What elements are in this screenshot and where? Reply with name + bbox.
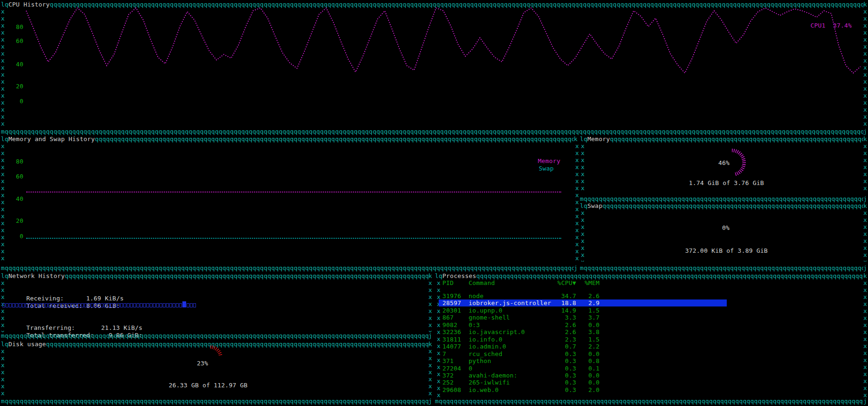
process-row[interactable]: 9082 0:3 2.6 0.0 <box>439 321 727 328</box>
bar-cell <box>176 303 179 307</box>
bar-cell <box>51 303 54 307</box>
process-mem: 0.0 <box>581 379 600 386</box>
process-row[interactable]: 27204 0 0.3 0.1 <box>439 365 727 372</box>
process-mem: 3.8 <box>581 328 600 335</box>
bar-cell <box>140 303 143 307</box>
bar-cell <box>150 303 152 307</box>
process-pid: 14077 <box>442 343 461 350</box>
process-command: io.info.0 <box>469 336 502 343</box>
process-row[interactable]: 371 python 0.3 0.8 <box>439 357 727 364</box>
memory-swap-gauge-panel: lqMemoryqqqqqqqqqqqqqqqqqqqqqqqqqqqqqqqq… <box>580 132 868 269</box>
bar-cell <box>65 303 67 307</box>
process-pid: 7 <box>442 350 446 357</box>
border-horizontal: qqqqqqqqqqqqqqqqqqqqqqqqqqqqqqqqqqqqqqqq… <box>5 398 428 405</box>
process-mem: 0.0 <box>581 372 600 379</box>
process-pid: 9082 <box>442 321 457 328</box>
column-header-pid[interactable]: PID <box>442 279 454 286</box>
bar-cell <box>123 303 126 307</box>
bar-cell <box>84 303 87 307</box>
bar-cell <box>146 303 149 307</box>
corner-bottomleft: m <box>1 398 5 405</box>
swap-usage-line <box>26 238 561 239</box>
process-row[interactable]: 31811 io.info.0 2.3 1.5 <box>439 336 727 343</box>
bar-cell <box>120 303 123 307</box>
disk-usage-panel: lqDisk usageqqqqqqqqqqqqqqqqqqqqqqqqqqqq… <box>0 335 433 402</box>
bar-cell <box>169 303 172 307</box>
process-row[interactable]: 32236 io.javascript.0 2.6 3.8 <box>439 328 727 335</box>
column-header-mem[interactable]: %MEM <box>581 279 600 286</box>
column-header-cpu-sort[interactable]: %CPU▼ <box>551 279 576 286</box>
cpu-history-graph <box>0 0 868 132</box>
process-cpu: 0.3 <box>551 372 576 379</box>
mem-axis-80: 80 <box>11 158 23 165</box>
process-pid: 867 <box>442 314 454 321</box>
process-pid: 371 <box>442 357 454 364</box>
process-command: avahi-daemon: <box>469 372 517 379</box>
process-row[interactable]: 7 rcu_sched 0.3 0.0 <box>439 350 727 357</box>
bar-cell <box>42 303 44 307</box>
process-row[interactable]: 372 avahi-daemon: 0.3 0.0 <box>439 372 727 379</box>
memory-panel-left-border: x x x x x x x x x x x x x x x x x x x x … <box>1 142 6 263</box>
bar-cell <box>159 303 162 307</box>
memory-panel-title-row: lqMemory and Swap Historyqqqqqqqqqqqqqqq… <box>1 135 578 142</box>
bar-cell <box>137 303 139 307</box>
process-row[interactable]: 14077 io.admin.0 0.7 2.2 <box>439 343 727 350</box>
bar-cell <box>91 303 94 307</box>
swap-legend-label: Swap <box>539 165 554 172</box>
bar-cell <box>130 303 133 307</box>
processes-panel-title: Processes <box>442 272 476 279</box>
process-pid: 372 <box>442 372 454 379</box>
mem-axis-0: 0 <box>11 233 23 240</box>
bar-cell <box>12 303 15 307</box>
bar-cell <box>104 303 107 307</box>
process-row[interactable]: 29608 io.web.0 0.3 2.0 <box>439 386 727 393</box>
bar-cell <box>156 303 159 307</box>
bar-cell <box>55 303 58 307</box>
bar-cell <box>143 303 146 307</box>
process-cpu: 0.3 <box>551 350 576 357</box>
process-pid: 31976 <box>442 292 461 299</box>
process-pid: 27204 <box>442 365 461 372</box>
process-pid: 31811 <box>442 336 461 343</box>
process-mem: 2.6 <box>581 292 600 299</box>
corner-bottomright: j <box>863 398 867 405</box>
bar-cell <box>38 303 41 307</box>
bar-cell <box>22 303 25 307</box>
bar-cell <box>32 303 35 307</box>
process-pid: 28597 <box>442 299 461 306</box>
process-row[interactable]: 31976 node 34.7 2.6 <box>439 292 727 299</box>
process-row[interactable]: 252 265-iwlwifi 0.3 0.0 <box>439 379 727 386</box>
process-row[interactable]: 867 gnome-shell 3.3 3.7 <box>439 314 727 321</box>
column-header-command[interactable]: Command <box>469 279 495 286</box>
mem-axis-40: 40 <box>11 195 23 202</box>
border-horizontal: qqqqqqqqqqqqqqqqqqqqqqqqqqqqqqqqqqqqqqqq… <box>95 135 574 142</box>
network-panel-right-border: x x x x x x x x x x x x x x x x x x x x … <box>428 279 433 332</box>
disk-gauge-arc <box>0 335 433 402</box>
system-monitor-terminal: lqCPU Historyqqqqqqqqqqqqqqqqqqqqqqqqqqq… <box>0 0 868 406</box>
bar-cell <box>190 303 193 307</box>
process-row[interactable]: 20301 io.upnp.0 14.9 1.5 <box>439 307 727 314</box>
bar-cell <box>127 303 130 307</box>
bar-cell <box>6 303 8 307</box>
bar-cell <box>48 303 51 307</box>
process-mem: 2.9 <box>581 299 600 306</box>
process-cpu: 0.3 <box>551 365 576 372</box>
process-cpu: 2.3 <box>551 336 576 343</box>
process-cpu: 0.7 <box>551 343 576 350</box>
corner-bottomleft: m <box>435 398 439 405</box>
process-mem: 2.0 <box>581 386 600 393</box>
cpu-legend: CPU1 37.4% <box>810 22 852 29</box>
process-mem: 1.5 <box>581 307 600 314</box>
memory-legend-label: Memory <box>538 157 560 164</box>
process-cpu: 14.9 <box>551 307 576 314</box>
memory-usage-line <box>26 192 561 192</box>
bar-cell <box>68 303 71 307</box>
bar-cell <box>78 303 80 307</box>
memory-panel-title: Memory and Swap History <box>8 135 95 142</box>
network-usage-bar[interactable] <box>2 301 427 307</box>
bar-cell <box>81 303 84 307</box>
process-cpu: 0.3 <box>551 379 576 386</box>
process-row[interactable]: 28597 iobroker.js-controller 18.8 2.9 <box>439 299 727 306</box>
process-cpu: 34.7 <box>551 292 576 299</box>
bar-cell <box>58 303 61 307</box>
